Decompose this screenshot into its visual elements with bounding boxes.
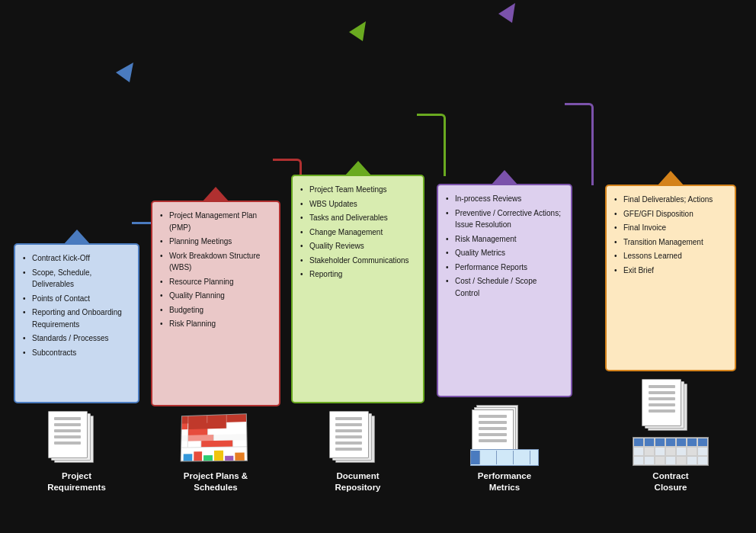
arrow-tab-4 bbox=[491, 170, 518, 185]
arrow-3 bbox=[349, 21, 366, 41]
phase-4-item: Preventive / Corrective Actions; Issue R… bbox=[446, 207, 563, 231]
connector-3 bbox=[417, 114, 446, 176]
phase-3-item: Tasks and Deliverables bbox=[300, 212, 415, 224]
phase-label-5: Contract Closure bbox=[652, 470, 688, 493]
phase-2-item: Resource Planning bbox=[160, 276, 271, 288]
phase-4-item: Risk Management bbox=[446, 233, 563, 246]
connector-4 bbox=[565, 103, 594, 185]
phase-1-item: Subcontracts bbox=[23, 347, 130, 359]
phase-3-item: Reporting bbox=[300, 268, 415, 281]
phase-2-item: Quality Planning bbox=[160, 290, 271, 302]
arrow-tab-5 bbox=[657, 171, 684, 186]
phase-box-3: Project Team Meetings WBS Updates Tasks … bbox=[291, 175, 424, 403]
phase-box-2: Project Management Plan (PMP) Planning M… bbox=[151, 201, 280, 406]
phase-column-4: In-process Reviews Preventive / Correcti… bbox=[437, 184, 572, 493]
phase-label-3: Document Repository bbox=[335, 470, 380, 493]
phase-3-item: Change Management bbox=[300, 226, 415, 239]
phase-1-item: Scope, Schedule, Deliverables bbox=[23, 267, 130, 291]
phase-3-item: Project Team Meetings bbox=[300, 184, 415, 196]
phase-4-list: In-process Reviews Preventive / Correcti… bbox=[446, 193, 563, 299]
phase-3-list: Project Team Meetings WBS Updates Tasks … bbox=[300, 184, 415, 281]
phase-box-4: In-process Reviews Preventive / Correcti… bbox=[437, 184, 572, 397]
phase-3-item: WBS Updates bbox=[300, 198, 415, 210]
phase-4-item: Cost / Schedule / Scope Control bbox=[446, 275, 563, 299]
phase-1-item: Points of Contact bbox=[23, 293, 130, 305]
document-icon-5 bbox=[640, 379, 701, 434]
phase-5-item: Final Deliverables; Actions bbox=[614, 194, 727, 206]
phase-4-item: In-process Reviews bbox=[446, 193, 563, 205]
phase-label-4: Performance Metrics bbox=[478, 470, 531, 493]
phase-2-item: Planning Meetings bbox=[160, 236, 271, 248]
phase-label-1: Project Requirements bbox=[47, 470, 106, 493]
phase-2-item: Work Breakdown Structure (WBS) bbox=[160, 250, 271, 274]
spreadsheet-icon-2 bbox=[180, 414, 252, 466]
phase-box-1: Contract Kick-Off Scope, Schedule, Deliv… bbox=[14, 243, 139, 403]
phase-2-list: Project Management Plan (PMP) Planning M… bbox=[160, 210, 271, 330]
arrow-1 bbox=[116, 63, 133, 82]
phase-column-5: Final Deliverables; Actions GFE/GFI Disp… bbox=[605, 185, 736, 493]
phase-5-item: Final Invoice bbox=[614, 222, 727, 234]
phase-5-item: Exit Brief bbox=[614, 265, 727, 277]
phase-3-item: Quality Reviews bbox=[300, 240, 415, 252]
arrow-tab-2 bbox=[202, 187, 229, 202]
phase-4-item: Quality Metrics bbox=[446, 247, 563, 259]
phase-1-item: Reporting and Onboarding Requirements bbox=[23, 307, 130, 330]
phase-5-item: GFE/GFI Disposition bbox=[614, 208, 727, 220]
phase-5-list: Final Deliverables; Actions GFE/GFI Disp… bbox=[614, 194, 727, 276]
phase-column-3: Project Team Meetings WBS Updates Tasks … bbox=[291, 175, 424, 493]
document-icon-3 bbox=[328, 411, 389, 466]
phase-1-list: Contract Kick-Off Scope, Schedule, Deliv… bbox=[23, 252, 130, 358]
main-diagram: { "title": "Project Lifecycle Phases Dia… bbox=[0, 0, 756, 533]
phase-box-5: Final Deliverables; Actions GFE/GFI Disp… bbox=[605, 185, 736, 371]
phase-5-item: Lessons Learned bbox=[614, 250, 727, 262]
phase-column-2: Project Management Plan (PMP) Planning M… bbox=[151, 201, 280, 493]
phase-3-item: Stakeholder Communications bbox=[300, 255, 415, 267]
phase-4-item: Performance Reports bbox=[446, 262, 563, 274]
phase-2-item: Risk Planning bbox=[160, 318, 271, 330]
document-icon-1 bbox=[46, 411, 107, 466]
arrow-tab-3 bbox=[344, 161, 372, 176]
arrow-4 bbox=[498, 3, 515, 23]
arrow-tab-1 bbox=[63, 230, 91, 245]
phase-1-item: Contract Kick-Off bbox=[23, 252, 130, 265]
phase-column-1: Contract Kick-Off Scope, Schedule, Deliv… bbox=[14, 243, 139, 493]
phase-2-item: Project Management Plan (PMP) bbox=[160, 210, 271, 233]
phase-2-item: Budgeting bbox=[160, 304, 271, 316]
phase-label-2: Project Plans & Schedules bbox=[184, 470, 248, 493]
metrics-icon-4 bbox=[470, 405, 539, 466]
phase-1-item: Standards / Processes bbox=[23, 332, 130, 345]
phase-5-item: Transition Management bbox=[614, 236, 727, 249]
spreadsheet-icon-5 bbox=[633, 437, 709, 466]
